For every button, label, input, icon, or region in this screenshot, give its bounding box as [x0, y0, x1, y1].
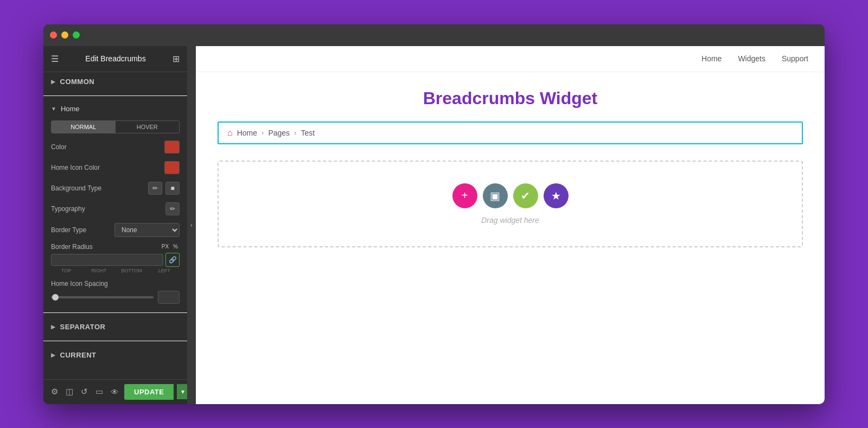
breadcrumb-sep-2: ›	[294, 129, 296, 137]
close-button[interactable]	[50, 31, 57, 39]
top-nav: Home Widgets Support	[196, 46, 825, 72]
page-title: Breadcrumbs Widget	[218, 88, 803, 108]
bg-type-square-icon[interactable]: ■	[165, 182, 180, 195]
update-arrow-button[interactable]: ▾	[177, 384, 187, 399]
separator-arrow-icon: ▶	[51, 324, 56, 330]
eye-icon[interactable]: 👁	[108, 385, 121, 399]
px-unit-btn[interactable]: PX	[160, 243, 170, 250]
home-icon-color-control: Home Icon Color	[43, 157, 187, 178]
sidebar-title: Edit Breadcrumbs	[64, 54, 167, 63]
state-tabs: NORMAL HOVER	[51, 120, 180, 133]
maximize-button[interactable]	[73, 31, 80, 39]
border-radius-inputs: 🔗	[51, 253, 180, 267]
breadcrumb-sep-1: ›	[261, 129, 264, 137]
home-label: Home	[61, 105, 80, 113]
home-icon-spacing-section: Home Icon Spacing	[43, 278, 187, 308]
background-type-label: Background Type	[51, 184, 101, 192]
common-label: Common	[60, 78, 95, 86]
check-icon[interactable]: ✔	[513, 183, 538, 208]
hamburger-icon[interactable]: ☰	[51, 54, 59, 64]
color-control: Color	[43, 137, 187, 157]
typography-edit-icon[interactable]: ✏	[165, 202, 180, 215]
tab-normal[interactable]: NORMAL	[52, 121, 116, 133]
typography-control: Typography ✏	[43, 199, 187, 219]
radius-top-label: TOP	[51, 268, 81, 273]
sidebar-item-current[interactable]: ▶ Current	[43, 346, 187, 365]
current-label: Current	[60, 351, 97, 359]
current-arrow-icon: ▶	[51, 352, 56, 358]
sidebar-item-separator[interactable]: ▶ Separator	[43, 317, 187, 336]
units-toggle: PX %	[160, 243, 180, 250]
drop-zone: + ▣ ✔ ★ Drag widget here	[218, 161, 803, 247]
border-type-label: Border Type	[51, 226, 86, 234]
nav-widgets[interactable]: Widgets	[738, 54, 765, 63]
background-type-control: Background Type ✏ ■	[43, 178, 187, 199]
sidebar-bottom: ⚙ ◫ ↺ ▭ 👁 UPDATE ▾	[43, 379, 187, 404]
separator-label: Separator	[60, 323, 106, 331]
breadcrumb-bar: ⌂ Home › Pages › Test	[218, 122, 803, 144]
history-icon[interactable]: ↺	[79, 385, 90, 399]
sidebar-item-home[interactable]: ▼ Home	[43, 100, 187, 117]
radius-labels: TOP RIGHT BOTTOM LEFT	[51, 268, 180, 273]
drag-widget-text: Drag widget here	[481, 216, 539, 225]
nav-support[interactable]: Support	[782, 54, 808, 63]
border-radius-label: Border Radius	[51, 243, 93, 251]
radius-left-label: LEFT	[149, 268, 180, 273]
border-type-control: Border Type None	[43, 219, 187, 241]
slider-thumb[interactable]	[52, 294, 59, 301]
radius-bottom-label: BOTTOM	[117, 268, 147, 273]
slider-track[interactable]	[51, 296, 154, 298]
add-widget-button[interactable]: +	[452, 183, 477, 208]
device-icon[interactable]: ▭	[93, 385, 105, 399]
bg-type-buttons: ✏ ■	[148, 182, 180, 195]
radius-right-label: RIGHT	[84, 268, 114, 273]
settings-icon[interactable]: ⚙	[49, 385, 60, 399]
home-arrow-icon: ▼	[51, 106, 56, 112]
nav-home[interactable]: Home	[701, 54, 722, 63]
section-icon[interactable]: ▣	[483, 183, 508, 208]
common-arrow-icon: ▶	[51, 79, 56, 85]
sidebar-content: ▶ Common ▼ Home NORMAL HOVER Color	[43, 72, 187, 379]
titlebar	[43, 24, 825, 46]
percent-unit-btn[interactable]: %	[171, 243, 180, 250]
radius-top-input[interactable]	[51, 254, 163, 266]
sidebar-header: ☰ Edit Breadcrumbs ⊞	[43, 46, 187, 72]
color-label: Color	[51, 143, 67, 151]
sidebar-item-common[interactable]: ▶ Common	[43, 72, 187, 91]
grid-icon[interactable]: ⊞	[173, 54, 180, 64]
color-swatch[interactable]	[164, 140, 180, 154]
breadcrumb-home-icon: ⌂	[227, 128, 233, 138]
sidebar: ☰ Edit Breadcrumbs ⊞ ▶ Common ▼ Home	[43, 46, 187, 404]
content-body: Breadcrumbs Widget ⌂ Home › Pages › Test…	[196, 72, 825, 404]
slider-row	[51, 291, 180, 304]
minimize-button[interactable]	[61, 31, 68, 39]
layers-icon[interactable]: ◫	[63, 385, 75, 399]
breadcrumb-pages-link[interactable]: Pages	[268, 129, 290, 137]
update-button[interactable]: UPDATE	[124, 384, 174, 400]
typography-label: Typography	[51, 205, 85, 213]
breadcrumb-home-link[interactable]: Home	[237, 129, 257, 137]
bg-type-pen-icon[interactable]: ✏	[148, 182, 162, 195]
content-area: Home Widgets Support Breadcrumbs Widget …	[196, 46, 825, 404]
tab-hover[interactable]: HOVER	[116, 121, 180, 133]
link-icon[interactable]: 🔗	[165, 253, 180, 267]
drop-icons: + ▣ ✔ ★	[452, 183, 569, 208]
border-type-select[interactable]: None	[114, 223, 180, 237]
home-icon-color-label: Home Icon Color	[51, 164, 100, 171]
home-icon-spacing-label: Home Icon Spacing	[51, 280, 180, 291]
collapse-sidebar-button[interactable]: ‹	[187, 46, 196, 404]
breadcrumb-current: Test	[301, 129, 315, 137]
star-icon[interactable]: ★	[544, 183, 569, 208]
slider-value-box[interactable]	[158, 291, 180, 304]
border-radius-section: Border Radius PX % 🔗 TOP RIGHT BOTTOM	[43, 241, 187, 278]
home-icon-color-swatch[interactable]	[164, 161, 180, 174]
